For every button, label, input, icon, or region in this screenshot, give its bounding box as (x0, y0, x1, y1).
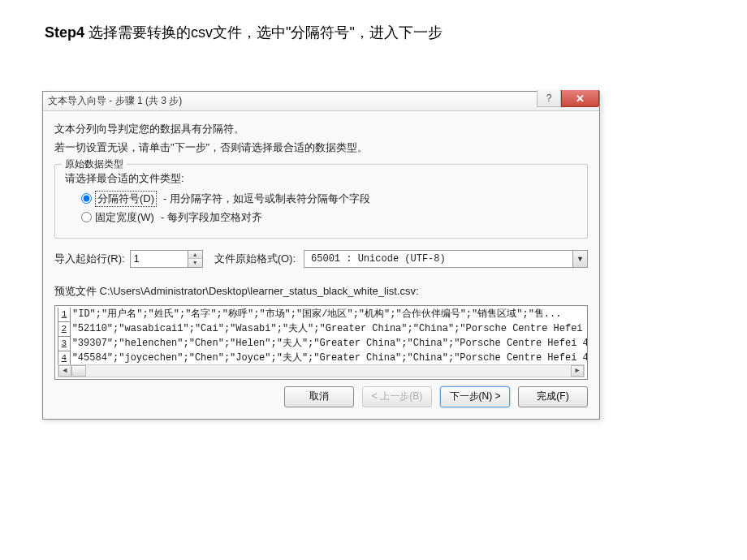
start-row-label: 导入起始行(R): (54, 252, 125, 266)
scroll-left-icon[interactable]: ◄ (58, 365, 71, 377)
cancel-button[interactable]: 取消 (284, 386, 354, 407)
preview-line: 1 "ID";"用户名";"姓氏";"名字";"称呼";"市场";"国家/地区"… (55, 308, 587, 322)
line-number: 1 (58, 308, 71, 322)
dialog-title: 文本导入向导 - 步骤 1 (共 3 步) (48, 94, 594, 108)
start-row-config: 导入起始行(R): ▲ ▼ 文件原始格式(O): 65001 : Unicode… (54, 250, 588, 268)
spinner-down-icon[interactable]: ▼ (188, 259, 202, 267)
radio-delimited-row: 分隔符号(D) - 用分隔字符，如逗号或制表符分隔每个字段 (81, 191, 577, 207)
scroll-track[interactable] (71, 365, 571, 377)
horizontal-scrollbar[interactable]: ◄ ► (58, 364, 585, 377)
help-button[interactable]: ? (537, 90, 561, 107)
intro-text: 文本分列向导判定您的数据具有分隔符。 若一切设置无误，请单击"下一步"，否则请选… (54, 119, 588, 157)
encoding-value: 65001 : Unicode (UTF-8) (304, 251, 572, 267)
step-text: 选择需要转换的csv文件，选中"分隔符号"，进入下一步 (84, 24, 443, 41)
start-row-spinner[interactable]: ▲ ▼ (130, 250, 203, 268)
line-text: "52110";"wasabicai1";"Cai";"Wasabi";"夫人"… (72, 322, 587, 337)
line-number: 2 (58, 322, 71, 337)
preview-line: 3 "39307";"helenchen";"Chen";"Helen";"夫人… (55, 337, 587, 351)
preview-file-label: 预览文件 C:\Users\Administrator\Desktop\lear… (54, 284, 588, 299)
scroll-right-icon[interactable]: ► (571, 365, 584, 377)
preview-line: 2 "52110";"wasabicai1";"Cai";"Wasabi";"夫… (55, 322, 587, 337)
radio-fixed-desc: - 每列字段加空格对齐 (161, 210, 262, 225)
scroll-thumb[interactable] (71, 365, 86, 377)
close-button[interactable]: ✕ (561, 90, 599, 107)
line-text: "ID";"用户名";"姓氏";"名字";"称呼";"市场";"国家/地区";"… (72, 308, 561, 322)
titlebar: 文本导入向导 - 步骤 1 (共 3 步) ? ✕ (43, 92, 599, 111)
preview-box: 1 "ID";"用户名";"姓氏";"名字";"称呼";"市场";"国家/地区"… (54, 305, 588, 380)
line-number: 3 (58, 337, 71, 351)
button-row: 取消 < 上一步(B) 下一步(N) > 完成(F) (54, 380, 588, 411)
back-button: < 上一步(B) (362, 386, 432, 407)
encoding-label: 文件原始格式(O): (214, 252, 296, 266)
radio-delimited-label[interactable]: 分隔符号(D) (95, 191, 157, 207)
step-instruction: Step4 选择需要转换的csv文件，选中"分隔符号"，进入下一步 (45, 23, 443, 42)
radio-fixed-width[interactable] (81, 212, 92, 222)
spinner-up-icon[interactable]: ▲ (188, 251, 202, 259)
intro-line-1: 文本分列向导判定您的数据具有分隔符。 (54, 119, 588, 138)
original-data-type-group: 原始数据类型 请选择最合适的文件类型: 分隔符号(D) - 用分隔字符，如逗号或… (54, 164, 588, 239)
text-import-wizard-dialog: 文本导入向导 - 步骤 1 (共 3 步) ? ✕ 文本分列向导判定您的数据具有… (42, 91, 600, 420)
intro-line-2: 若一切设置无误，请单击"下一步"，否则请选择最合适的数据类型。 (54, 138, 588, 157)
radio-delimited-desc: - 用分隔字符，如逗号或制表符分隔每个字段 (163, 192, 370, 206)
group-title: 原始数据类型 (62, 157, 127, 171)
chevron-down-icon[interactable]: ▼ (572, 251, 587, 267)
line-text: "39307";"helenchen";"Chen";"Helen";"夫人";… (72, 337, 587, 351)
next-button[interactable]: 下一步(N) > (440, 386, 510, 407)
encoding-select[interactable]: 65001 : Unicode (UTF-8) ▼ (304, 250, 588, 268)
finish-button[interactable]: 完成(F) (518, 386, 588, 407)
dialog-body: 文本分列向导判定您的数据具有分隔符。 若一切设置无误，请单击"下一步"，否则请选… (43, 111, 599, 419)
radio-fixed-row: 固定宽度(W) - 每列字段加空格对齐 (81, 210, 577, 225)
start-row-input[interactable] (131, 253, 188, 265)
step-number: Step4 (45, 24, 84, 41)
preview-content: 1 "ID";"用户名";"姓氏";"名字";"称呼";"市场";"国家/地区"… (55, 306, 587, 368)
radio-delimited[interactable] (81, 193, 92, 204)
file-type-label: 请选择最合适的文件类型: (65, 171, 577, 186)
radio-fixed-label[interactable]: 固定宽度(W) (95, 210, 154, 225)
